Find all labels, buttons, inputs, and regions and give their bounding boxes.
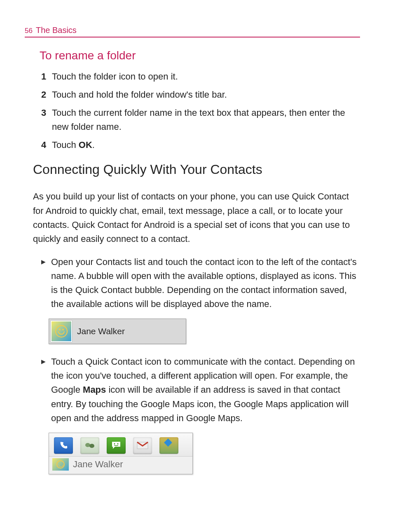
contact-avatar-icon [51,321,72,342]
svg-point-3 [117,443,119,444]
quick-contact-bubble-example: Jane Walker [49,433,193,474]
gmail-svg [136,441,149,450]
rename-folder-steps: 1 Touch the folder icon to open it. 2 To… [41,70,360,152]
svg-point-2 [114,443,115,444]
talk-icon [80,437,99,454]
bullet-2: ▶ Touch a Quick Contact icon to communic… [41,355,360,425]
chapter-title: The Basics [36,26,77,35]
contact-list-item-example: Jane Walker [49,319,186,344]
step-text: Touch OK. [52,138,360,152]
step-text: Touch the current folder name in the tex… [52,106,360,134]
step-1: 1 Touch the folder icon to open it. [41,70,360,84]
bullet-1: ▶ Open your Contacts list and touch the … [41,255,360,311]
contact-name-label: Jane Walker [77,326,125,336]
smiley-icon [55,325,68,337]
step-4: 4 Touch OK. [41,138,360,152]
bullet-text: Touch a Quick Contact icon to communicat… [51,355,360,425]
page-header: 56 The Basics [25,26,360,37]
maps-icon [159,437,178,454]
quick-contact-intro: As you build up your list of contacts on… [33,190,360,246]
phone-svg [59,441,68,450]
manual-page: 56 The Basics To rename a folder 1 Touch… [0,0,393,499]
page-number: 56 [25,27,33,35]
bullet-text: Open your Contacts list and touch the co… [51,255,360,311]
svg-point-1 [89,444,94,448]
step-text: Touch and hold the folder window's title… [52,88,360,102]
bullet2-bold: Maps [83,384,106,395]
step-suffix: . [92,140,95,150]
contact-avatar-small-icon [52,458,69,471]
step-3: 3 Touch the current folder name in the t… [41,106,360,134]
gmail-icon [133,437,152,454]
step-text: Touch the folder icon to open it. [52,70,360,84]
msg-svg [111,441,122,450]
messaging-icon [107,437,126,454]
step-2: 2 Touch and hold the folder window's tit… [41,88,360,102]
step-bold: OK [79,140,92,150]
quick-contact-heading: Connecting Quickly With Your Contacts [33,162,360,177]
step-number: 3 [41,106,52,134]
talk-svg [84,441,95,450]
phone-icon [54,437,73,454]
rename-folder-heading: To rename a folder [40,49,360,62]
step-number: 4 [41,138,52,152]
step-prefix: Touch [52,140,79,150]
bubble-name-row: Jane Walker [49,457,192,474]
quick-contact-icon-row [49,433,192,457]
step-number: 1 [41,70,52,84]
bullet-marker-icon: ▶ [41,355,51,425]
bullet-marker-icon: ▶ [41,255,51,311]
bubble-contact-name: Jane Walker [73,459,123,470]
step-number: 2 [41,88,52,102]
svg-point-0 [85,443,90,447]
